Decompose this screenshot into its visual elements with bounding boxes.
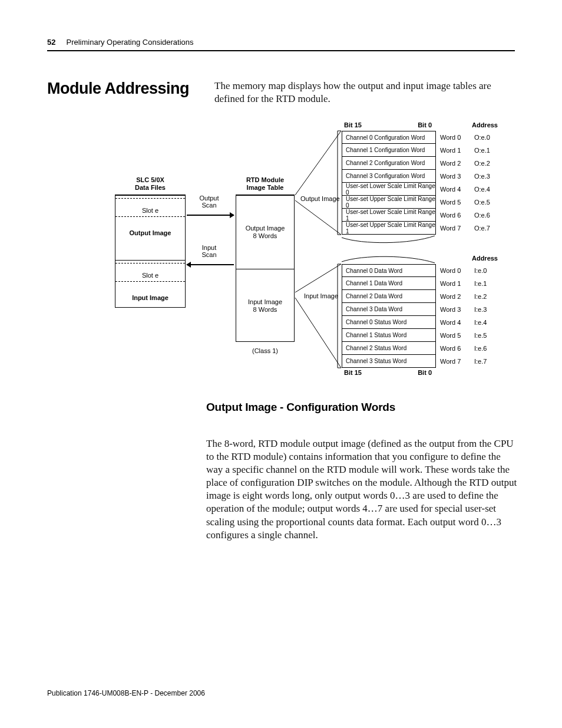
arrow-input-scan xyxy=(187,264,234,265)
word-label: Word 4 xyxy=(440,316,470,329)
rtd-output-block: Output Image8 Words xyxy=(236,195,294,269)
table-row: User-set Lower Scale Limit Range 1 xyxy=(342,209,436,222)
rtd-heading: RTD ModuleImage Table xyxy=(233,176,297,192)
running-title: Preliminary Operating Considerations xyxy=(66,38,193,47)
addr-label: O:e.7 xyxy=(474,222,498,235)
arrow-output-scan xyxy=(187,215,234,216)
word-label: Word 7 xyxy=(440,355,470,368)
output-scan-label: OutputScan xyxy=(194,195,224,209)
addr-label: O:e.3 xyxy=(474,170,498,183)
input-image-sidelabel: Input Image xyxy=(304,292,338,299)
word-label: Word 5 xyxy=(440,196,470,209)
output-words-address: O:e.0 O:e.1 O:e.2 O:e.3 O:e.4 O:e.5 O:e.… xyxy=(474,131,498,235)
table-row: Channel 1 Status Word xyxy=(342,329,436,342)
rtd-input-block: Input Image8 Words xyxy=(236,269,294,342)
addr-label: O:e.1 xyxy=(474,144,498,157)
slc-output-label: Output Image xyxy=(130,229,171,236)
svg-line-5 xyxy=(295,264,341,292)
svg-line-6 xyxy=(295,298,341,368)
addr-label: I:e.1 xyxy=(474,277,498,290)
addr-label: I:e.4 xyxy=(474,316,498,329)
word-label: Word 3 xyxy=(440,170,470,183)
input-scan-label: InputScan xyxy=(194,244,224,258)
publication-footer: Publication 1746-UM008B-EN-P - December … xyxy=(47,689,205,697)
table-row: User-set Upper Scale Limit Range 1 xyxy=(342,222,436,235)
addr-label: O:e.6 xyxy=(474,209,498,222)
word-label: Word 1 xyxy=(440,277,470,290)
addr-label: I:e.7 xyxy=(474,355,498,368)
page-number: 52 xyxy=(47,38,55,47)
word-label: Word 6 xyxy=(440,209,470,222)
word-label: Word 5 xyxy=(440,329,470,342)
addr-label: I:e.5 xyxy=(474,329,498,342)
output-words-table: Channel 0 Configuration Word Channel 1 C… xyxy=(342,131,436,235)
table-row: Channel 2 Data Word xyxy=(342,290,436,303)
subsection-body: The 8-word, RTD module output image (def… xyxy=(206,437,518,542)
bit0-bottom: Bit 0 xyxy=(418,369,432,376)
slc-input-label: Input Image xyxy=(132,294,168,301)
addr-label: O:e.5 xyxy=(474,196,498,209)
addr-label: O:e.4 xyxy=(474,183,498,196)
word-label: Word 7 xyxy=(440,222,470,235)
memory-map-diagram: SLC 5/0XData Files Slot e Output Image S… xyxy=(115,118,498,371)
table-row: Channel 1 Data Word xyxy=(342,277,436,290)
input-words-index: Word 0 Word 1 Word 2 Word 3 Word 4 Word … xyxy=(440,264,470,368)
slc-output-slot: Slot e xyxy=(115,198,185,217)
word-label: Word 1 xyxy=(440,144,470,157)
table-row: Channel 0 Data Word xyxy=(342,264,436,277)
addr-label: I:e.3 xyxy=(474,303,498,316)
table-row: User-set Upper Scale Limit Range 0 xyxy=(342,196,436,209)
output-image-sidelabel: Output Image xyxy=(300,195,340,202)
slc-output-block: Slot e Output Image xyxy=(115,195,185,242)
table-row: Channel 2 Status Word xyxy=(342,342,436,355)
table-row: Channel 3 Configuration Word xyxy=(342,170,436,183)
table-row: User-set Lower Scale Limit Range 0 xyxy=(342,183,436,196)
bit0-top: Bit 0 xyxy=(418,121,432,129)
addr-label: I:e.0 xyxy=(474,264,498,277)
table-row: Channel 2 Configuration Word xyxy=(342,157,436,170)
output-words-index: Word 0 Word 1 Word 2 Word 3 Word 4 Word … xyxy=(440,131,470,235)
slc-input-slot: Slot e xyxy=(115,263,185,282)
word-label: Word 2 xyxy=(440,290,470,303)
bit15-top: Bit 15 xyxy=(344,121,362,129)
bit15-bottom: Bit 15 xyxy=(344,369,362,376)
slc-input-block: Slot e Input Image xyxy=(115,260,185,307)
section-title: Module Addressing xyxy=(47,80,200,98)
addr-label: O:e.0 xyxy=(474,131,498,144)
addr-label: I:e.6 xyxy=(474,342,498,355)
slc-gap xyxy=(115,242,185,260)
address-header-top: Address xyxy=(472,121,498,129)
word-label: Word 2 xyxy=(440,157,470,170)
table-row: Channel 3 Status Word xyxy=(342,355,436,368)
page: 52 Preliminary Operating Considerations … xyxy=(0,0,562,728)
word-label: Word 4 xyxy=(440,183,470,196)
word-label: Word 0 xyxy=(440,264,470,277)
slc-heading: SLC 5/0XData Files xyxy=(115,176,185,192)
word-label: Word 6 xyxy=(440,342,470,355)
table-row: Channel 3 Data Word xyxy=(342,303,436,316)
table-row: Channel 1 Configuration Word xyxy=(342,144,436,157)
subsection-title: Output Image - Configuration Words xyxy=(206,401,518,414)
input-words-address: I:e.0 I:e.1 I:e.2 I:e.3 I:e.4 I:e.5 I:e.… xyxy=(474,264,498,368)
rtd-column: RTD ModuleImage Table Output Image8 Word… xyxy=(236,195,295,342)
running-header: 52 Preliminary Operating Considerations xyxy=(47,38,515,51)
svg-line-1 xyxy=(295,200,341,235)
word-label: Word 3 xyxy=(440,303,470,316)
address-header-mid: Address xyxy=(472,255,498,262)
table-row: Channel 0 Configuration Word xyxy=(342,131,436,144)
section-block: Module Addressing The memory map display… xyxy=(47,80,515,106)
section-intro: The memory map displays how the output a… xyxy=(214,80,515,106)
slc-column: SLC 5/0XData Files Slot e Output Image S… xyxy=(115,195,186,308)
rtd-class-note: (Class 1) xyxy=(236,347,294,354)
svg-line-0 xyxy=(295,131,341,195)
addr-label: I:e.2 xyxy=(474,290,498,303)
input-words-table: Channel 0 Data Word Channel 1 Data Word … xyxy=(342,264,436,368)
table-row: Channel 0 Status Word xyxy=(342,316,436,329)
subsection-block: Output Image - Configuration Words The 8… xyxy=(206,401,518,542)
word-label: Word 0 xyxy=(440,131,470,144)
addr-label: O:e.2 xyxy=(474,157,498,170)
